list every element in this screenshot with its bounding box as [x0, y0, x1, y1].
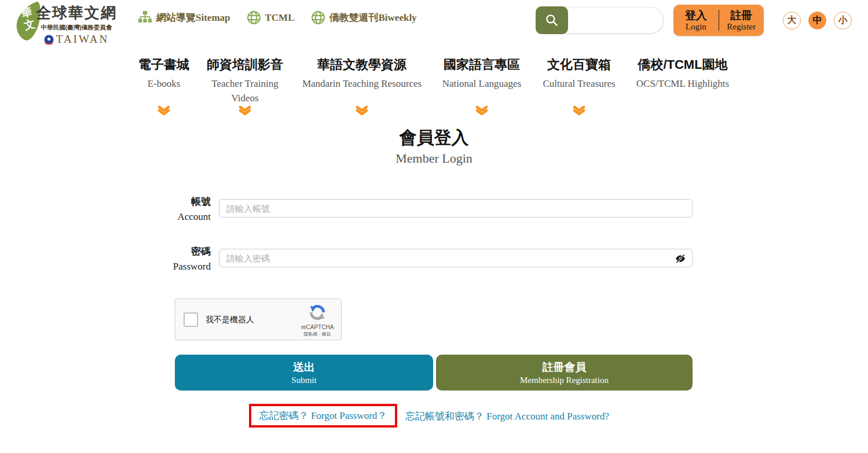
globe-icon	[311, 10, 325, 25]
sitemap-icon	[138, 10, 152, 25]
globe-icon	[247, 10, 261, 25]
password-label-zh: 密碼	[116, 244, 211, 259]
recaptcha-widget: 我不是機器人 reCAPTCHA 隱私權 - 條款	[175, 299, 342, 340]
font-size-medium-button[interactable]: 中	[808, 12, 826, 30]
font-size-large-button[interactable]: 大	[783, 12, 801, 30]
site-logo[interactable]: 華 文 全球華文網 中華民國(臺灣)僑務委員會 TAIWAN	[10, 1, 115, 43]
nav-item-national-languages[interactable]: 國家語言專區 National Languages	[442, 56, 521, 91]
nav-item-mandarin-resources[interactable]: 華語文教學資源 Mandarin Teaching Resources	[302, 56, 422, 91]
nav-item-title: 電子書城	[138, 56, 189, 73]
sitemap-link[interactable]: 網站導覽Sitemap	[138, 10, 230, 25]
forgot-password-link[interactable]: 忘記密碼？ Forgot Password？	[259, 409, 387, 422]
nav-item-subtitle: National Languages	[442, 77, 521, 91]
account-label: 帳號 Account	[116, 194, 211, 224]
login-label-zh: 登入	[673, 9, 719, 22]
account-input[interactable]	[219, 199, 693, 218]
membership-registration-button[interactable]: 註冊會員 Membership Registration	[436, 355, 693, 391]
topbar-links: 網站導覽Sitemap TCML 僑教雙週刊Biweekly	[138, 10, 417, 25]
login-register-button[interactable]: 登入 Login 註冊 Register	[673, 5, 764, 36]
nav-item-ocs-tcml[interactable]: 僑校/TCML園地 OCS/TCML Highlights	[636, 56, 729, 91]
register-label-en: Register	[719, 22, 764, 32]
annotation-box-red: 忘記密碼？ Forgot Password？	[249, 404, 397, 428]
nav-item-subtitle: OCS/TCML Highlights	[636, 77, 729, 91]
tcml-link[interactable]: TCML	[247, 10, 295, 25]
forgot-account-password-link[interactable]: 忘記帳號和密碼？ Forgot Account and Password?	[405, 410, 609, 423]
submit-button[interactable]: 送出 Submit	[175, 355, 433, 391]
password-label-en: Password	[116, 259, 211, 274]
nav-item-subtitle: Cultural Treasures	[543, 77, 615, 91]
recaptcha-terms-links[interactable]: 隱私權 - 條款	[299, 331, 335, 337]
nav-item-teacher-training[interactable]: 師資培訓影音 Teacher Training Videos	[207, 56, 283, 105]
register-button-label-zh: 註冊會員	[436, 360, 693, 375]
password-label: 密碼 Password	[116, 244, 211, 274]
page-subtitle: Member Login	[0, 151, 868, 166]
chevron-down-icon[interactable]	[158, 106, 170, 116]
font-size-small-button[interactable]: 小	[834, 12, 852, 30]
chevron-down-icon[interactable]	[573, 106, 585, 116]
biweekly-link[interactable]: 僑教雙週刊Biweekly	[311, 10, 417, 25]
logo-country-label: TAIWAN	[56, 33, 109, 46]
search-input[interactable]	[552, 7, 664, 34]
roc-emblem-icon	[44, 35, 54, 45]
login-label-en: Login	[673, 22, 719, 32]
register-cell[interactable]: 註冊 Register	[719, 8, 764, 32]
recaptcha-logo-icon	[309, 304, 326, 321]
recaptcha-brand-text: reCAPTCHA	[299, 324, 335, 330]
nav-item-title: 國家語言專區	[442, 56, 521, 73]
password-visibility-toggle[interactable]	[674, 252, 687, 265]
chevron-down-icon[interactable]	[475, 106, 488, 116]
nav-item-subtitle: E-books	[138, 77, 189, 91]
recaptcha-checkbox[interactable]	[184, 312, 198, 327]
nav-item-title: 師資培訓影音	[207, 56, 283, 73]
search-bar	[536, 6, 664, 34]
nav-item-ebooks[interactable]: 電子書城 E-books	[138, 56, 189, 91]
tcml-link-label: TCML	[265, 12, 295, 24]
account-label-en: Account	[116, 209, 211, 224]
submit-label-en: Submit	[175, 375, 433, 386]
login-cell[interactable]: 登入 Login	[673, 8, 719, 32]
chevron-down-icon[interactable]	[356, 106, 368, 116]
logo-title: 全球華文網	[36, 3, 117, 23]
password-input[interactable]	[219, 249, 693, 267]
register-label-zh: 註冊	[719, 9, 764, 22]
recaptcha-label: 我不是機器人	[206, 315, 254, 325]
page-title: 會員登入	[0, 126, 868, 150]
biweekly-link-label: 僑教雙週刊Biweekly	[329, 11, 417, 24]
submit-label-zh: 送出	[175, 360, 433, 375]
nav-item-subtitle: Teacher Training Videos	[210, 77, 280, 105]
register-button-label-en: Membership Registration	[436, 375, 693, 386]
eye-slash-icon	[675, 253, 686, 264]
nav-item-cultural-treasures[interactable]: 文化百寶箱 Cultural Treasures	[543, 56, 615, 91]
nav-item-title: 華語文教學資源	[302, 56, 422, 73]
sitemap-link-label: 網站導覽Sitemap	[156, 11, 230, 24]
account-label-zh: 帳號	[116, 194, 211, 209]
nav-item-subtitle: Mandarin Teaching Resources	[302, 77, 422, 91]
font-size-controls: 大 中 小	[783, 12, 852, 30]
nav-item-title: 文化百寶箱	[543, 56, 615, 73]
search-button[interactable]	[536, 6, 568, 34]
logo-subtitle: 中華民國(臺灣)僑務委員會	[36, 24, 117, 32]
chevron-down-icon[interactable]	[239, 106, 251, 116]
search-icon	[544, 13, 559, 28]
nav-item-title: 僑校/TCML園地	[636, 56, 729, 73]
